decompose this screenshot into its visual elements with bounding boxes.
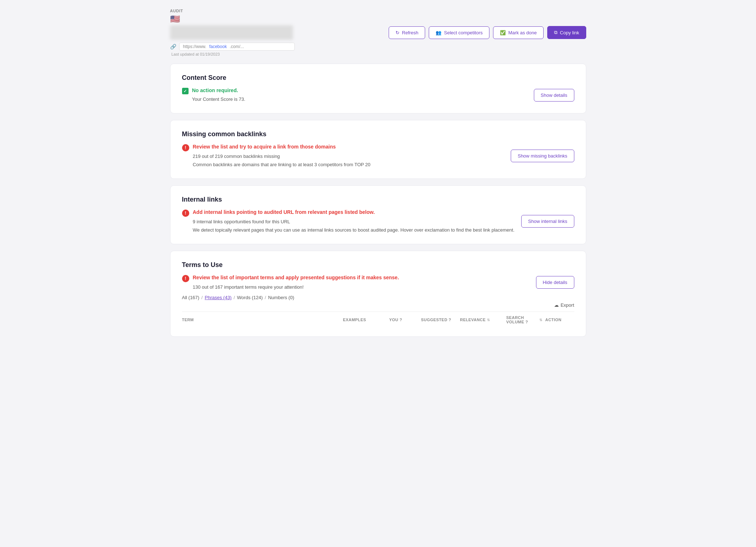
backlinks-status-row: Review the list and try to acquire a lin…: [182, 144, 505, 151]
terms-body: Review the list of important terms and a…: [182, 275, 574, 291]
header-actions: ↻ Refresh 👥 Select competitors ✅ Mark as…: [389, 26, 586, 39]
content-score-content: No action required. Your Content Score i…: [182, 87, 528, 103]
copy-icon: ⧉: [554, 30, 557, 35]
terms-filter: All (167) / Phrases (43) / Words (124) /…: [182, 295, 574, 308]
terms-status-row: Review the list of important terms and a…: [182, 275, 530, 282]
export-label: Export: [561, 302, 574, 308]
th-relevance[interactable]: Relevance ⇅: [460, 315, 504, 324]
internal-links-error-icon: [182, 210, 189, 217]
audit-label: AUDIT: [170, 9, 586, 13]
show-details-button[interactable]: Show details: [534, 89, 574, 102]
url-bar: https://www. facebook .com/...: [179, 43, 295, 51]
hide-details-label: Hide details: [543, 280, 567, 285]
th-you: you ?: [389, 315, 418, 324]
show-details-label: Show details: [541, 92, 567, 98]
header-top: ↻ Refresh 👥 Select competitors ✅ Mark as…: [170, 25, 586, 40]
backlinks-line1: 219 out of 219 common backlinks missing: [193, 153, 505, 160]
internal-links-content: Add internal links pointing to audited U…: [182, 209, 516, 234]
refresh-icon: ↻: [396, 30, 399, 35]
users-icon: 👥: [436, 30, 441, 35]
refresh-label: Refresh: [402, 30, 419, 35]
backlinks-line2: Common backlinks are domains that are li…: [193, 161, 505, 168]
show-internal-links-button[interactable]: Show internal links: [521, 215, 574, 228]
terms-card: Terms to Use Review the list of importan…: [170, 251, 586, 337]
sep1: /: [202, 295, 204, 300]
filter-words[interactable]: Words (124): [237, 295, 263, 300]
last-updated: Last updated at 01/19/2023: [172, 52, 586, 56]
mark-as-done-button[interactable]: ✅ Mark as done: [493, 26, 544, 39]
filter-numbers[interactable]: Numbers (0): [268, 295, 294, 300]
terms-error-icon: [182, 275, 189, 282]
internal-links-body: Add internal links pointing to audited U…: [182, 209, 574, 234]
th-action: Action: [545, 315, 574, 324]
terms-status: Review the list of important terms and a…: [193, 275, 399, 280]
internal-links-title: Internal links: [182, 196, 574, 203]
export-row: ☁ Export: [182, 302, 574, 308]
export-button[interactable]: ☁ Export: [554, 302, 574, 308]
backlinks-card: Missing common backlinks Review the list…: [170, 120, 586, 179]
content-score-status: No action required.: [192, 87, 238, 93]
show-missing-backlinks-button[interactable]: Show missing backlinks: [511, 150, 574, 162]
url-prefix: https://www.: [183, 44, 207, 49]
export-icon: ☁: [554, 302, 559, 308]
terms-table-header: term examples you ? suggested ? Relevanc…: [182, 311, 574, 326]
url-row: 🔗 https://www. facebook .com/...: [170, 43, 586, 51]
th-suggested: suggested ?: [421, 315, 457, 324]
internal-links-status: Add internal links pointing to audited U…: [193, 209, 375, 215]
internal-links-line2: We detect topically relevant pages that …: [193, 227, 516, 234]
link-icon: 🔗: [170, 44, 176, 49]
hide-details-button[interactable]: Hide details: [536, 276, 574, 289]
filter-phrases[interactable]: Phrases (43): [205, 295, 232, 300]
th-term: term: [182, 315, 340, 324]
url-suffix: .com/...: [230, 44, 244, 49]
internal-links-line1: 9 internal links opportunities found for…: [193, 218, 516, 225]
refresh-button[interactable]: ↻ Refresh: [389, 26, 425, 39]
select-competitors-label: Select competitors: [444, 30, 483, 35]
th-examples-label: examples: [343, 318, 366, 322]
copy-link-label: Copy link: [560, 30, 579, 35]
logo-placeholder: [170, 25, 293, 40]
th-search-volume-label: Search Volume ?: [506, 315, 539, 324]
th-relevance-label: Relevance: [460, 318, 486, 322]
sep2: /: [234, 295, 236, 300]
backlinks-title: Missing common backlinks: [182, 130, 574, 138]
check-circle-icon: ✅: [500, 30, 506, 35]
status-error-icon: [182, 144, 189, 151]
content-score-description: Your Content Score is 73.: [192, 96, 528, 103]
th-you-label: you ?: [389, 318, 402, 322]
show-missing-backlinks-label: Show missing backlinks: [518, 153, 567, 159]
terms-title: Terms to Use: [182, 261, 574, 269]
terms-table-area: term examples you ? suggested ? Relevanc…: [182, 308, 574, 326]
th-search-volume[interactable]: Search Volume ? ⇅: [506, 315, 543, 324]
search-volume-sort-icon: ⇅: [539, 318, 542, 322]
copy-link-button[interactable]: ⧉ Copy link: [547, 26, 586, 39]
backlinks-body: Review the list and try to acquire a lin…: [182, 144, 574, 168]
content-score-status-row: No action required.: [182, 87, 528, 94]
mark-as-done-label: Mark as done: [508, 30, 537, 35]
terms-line1: 130 out of 167 important terms require y…: [193, 284, 530, 291]
page-wrapper: AUDIT 🇺🇸 ↻ Refresh 👥 Select competitors …: [161, 0, 595, 358]
internal-links-card: Internal links Add internal links pointi…: [170, 185, 586, 244]
select-competitors-button[interactable]: 👥 Select competitors: [429, 26, 489, 39]
th-suggested-label: suggested ?: [421, 318, 452, 322]
content-score-body: No action required. Your Content Score i…: [182, 87, 574, 103]
filter-all[interactable]: All (167): [182, 295, 199, 300]
status-ok-icon: [182, 88, 189, 94]
sep3: /: [265, 295, 267, 300]
backlinks-content: Review the list and try to acquire a lin…: [182, 144, 505, 168]
internal-links-status-row: Add internal links pointing to audited U…: [182, 209, 516, 217]
terms-content: Review the list of important terms and a…: [182, 275, 530, 291]
show-internal-links-label: Show internal links: [528, 219, 567, 224]
backlinks-status: Review the list and try to acquire a lin…: [193, 144, 336, 150]
flag-icon: 🇺🇸: [170, 14, 586, 24]
th-action-label: Action: [545, 318, 562, 322]
content-score-card: Content Score No action required. Your C…: [170, 64, 586, 113]
url-facebook: facebook: [209, 44, 227, 49]
content-score-title: Content Score: [182, 74, 574, 82]
relevance-sort-icon: ⇅: [487, 318, 490, 322]
th-term-label: term: [182, 318, 194, 322]
th-examples: examples: [343, 315, 386, 324]
